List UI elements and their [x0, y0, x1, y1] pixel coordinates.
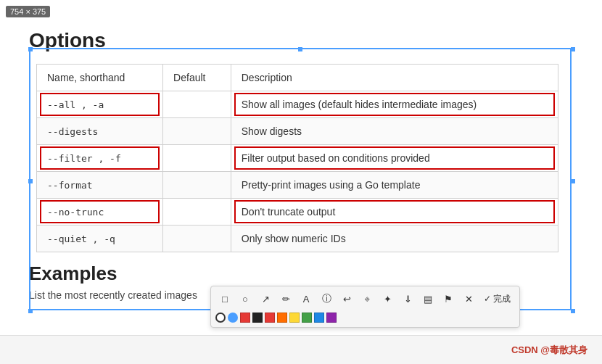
- color-swatch-red2[interactable]: [265, 313, 275, 323]
- page-background: 754 × 375 Options Name, shorthand Defaul…: [0, 0, 602, 364]
- desc-all: Show all images (default hides intermedi…: [231, 91, 558, 118]
- arrow-tool-btn[interactable]: ↗: [256, 289, 275, 308]
- page-title: Options: [29, 29, 573, 52]
- download-btn[interactable]: ⇓: [398, 289, 417, 308]
- cmd-filter: --filter , -f: [37, 145, 163, 172]
- desc-digests: Show digests: [231, 118, 558, 145]
- color-palette-row: [215, 311, 515, 324]
- options-table: Name, shorthand Default Description --al…: [36, 64, 558, 252]
- desc-no-trunc: Don't truncate output: [231, 199, 558, 226]
- text-tool-btn[interactable]: A: [297, 289, 316, 308]
- default-filter: [163, 145, 231, 172]
- default-format: [163, 172, 231, 199]
- drawing-toolbar[interactable]: □ ○ ↗ ✏ A ⓘ ↩ ⎆ ✦ ⇓ ▤ ⚑ ✕ ✓ 完成: [210, 286, 520, 328]
- default-no-trunc: [163, 199, 231, 226]
- examples-title: Examples: [29, 262, 573, 285]
- color-dot-white[interactable]: [215, 313, 226, 323]
- finish-btn[interactable]: ✓ 完成: [479, 289, 515, 308]
- toolbar-top-row: □ ○ ↗ ✏ A ⓘ ↩ ⎆ ✦ ⇓ ▤ ⚑ ✕ ✓ 完成: [215, 289, 515, 308]
- table-row: --quiet , -q Only show numeric IDs: [37, 226, 558, 252]
- bottom-bar: CSDN @毒散其身: [0, 335, 602, 364]
- pencil-tool-btn[interactable]: ✏: [276, 289, 295, 308]
- desc-format: Pretty-print images using a Go template: [231, 172, 558, 199]
- grid-btn[interactable]: ▤: [418, 289, 437, 308]
- rect-tool-btn[interactable]: □: [215, 289, 234, 308]
- color-swatch-black[interactable]: [252, 313, 263, 323]
- table-row: --filter , -f Filter output based on con…: [37, 145, 558, 172]
- table-row: --digests Show digests: [37, 118, 558, 145]
- color-swatch-purple[interactable]: [326, 313, 337, 323]
- color-swatch-green[interactable]: [302, 313, 312, 323]
- table-header-row: Name, shorthand Default Description: [37, 65, 558, 91]
- col-header-description: Description: [231, 65, 558, 91]
- table-row: --no-trunc Don't truncate output: [37, 199, 558, 226]
- color-dot-blue[interactable]: [228, 313, 238, 323]
- color-swatch-orange[interactable]: [277, 313, 287, 323]
- table-row: --all , -a Show all images (default hide…: [37, 91, 558, 118]
- table-row: --format Pretty-print images using a Go …: [37, 172, 558, 199]
- cmd-format: --format: [37, 172, 163, 199]
- default-digests: [163, 118, 231, 145]
- cmd-quiet: --quiet , -q: [37, 226, 163, 252]
- cmd-no-trunc: --no-trunc: [37, 199, 163, 226]
- dimension-label: 754 × 375: [6, 6, 50, 17]
- col-header-default: Default: [163, 65, 231, 91]
- flag-btn[interactable]: ⚑: [439, 289, 458, 308]
- undo-btn[interactable]: ↩: [337, 289, 356, 308]
- circle-tool-btn[interactable]: ○: [236, 289, 255, 308]
- default-all: [163, 91, 231, 118]
- mosaic-btn[interactable]: ⎆: [358, 289, 376, 308]
- default-quiet: [163, 226, 231, 252]
- cmd-digests: --digests: [37, 118, 163, 145]
- desc-quiet: Only show numeric IDs: [231, 226, 558, 252]
- info-tool-btn[interactable]: ⓘ: [317, 289, 336, 308]
- csdn-label: CSDN @毒散其身: [511, 344, 587, 357]
- col-header-name: Name, shorthand: [37, 65, 163, 91]
- desc-filter: Filter output based on conditions provid…: [231, 145, 558, 172]
- star-btn[interactable]: ✦: [378, 289, 397, 308]
- close-btn[interactable]: ✕: [459, 289, 478, 308]
- color-swatch-red[interactable]: [240, 313, 250, 323]
- color-swatch-blue[interactable]: [314, 313, 324, 323]
- color-swatch-yellow[interactable]: [289, 313, 300, 323]
- cmd-all: --all , -a: [37, 91, 163, 118]
